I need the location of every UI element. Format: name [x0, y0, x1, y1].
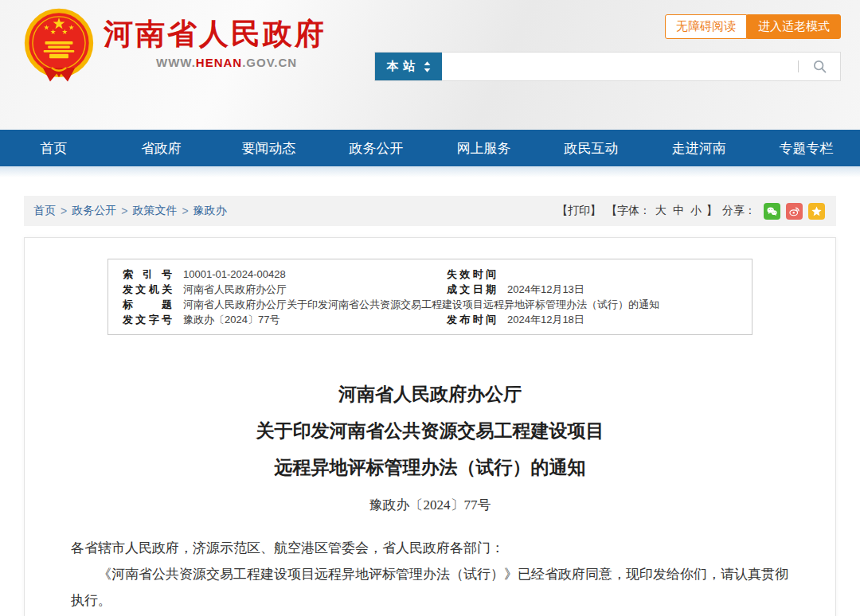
document-paragraph: 《河南省公共资源交易工程建设项目远程异地评标管理办法（试行）》已经省政府同意，现…	[71, 561, 789, 614]
breadcrumb-separator: >	[182, 205, 188, 217]
share-buttons	[764, 203, 825, 220]
search-button[interactable]	[799, 53, 840, 80]
nav-item-home[interactable]: 首页	[0, 130, 108, 166]
meta-title-value: 河南省人民政府办公厅关于印发河南省公共资源交易工程建设项目远程异地评标管理办法（…	[183, 297, 659, 312]
font-size-controls: 大 中 小	[655, 204, 702, 218]
nav-item-interaction[interactable]: 政民互动	[538, 130, 645, 166]
breadcrumb-separator: >	[61, 205, 67, 217]
document-title-line1: 河南省人民政府办公厅	[25, 376, 835, 413]
search-scope-label: 本站	[387, 59, 420, 74]
meta-expiry-label: 失效时间	[447, 267, 496, 282]
meta-written-date-value: 2024年12月13日	[507, 282, 584, 297]
document-title-line2: 关于印发河南省公共资源交易工程建设项目	[25, 413, 835, 450]
breadcrumb-separator: >	[121, 205, 127, 217]
meta-title-label: 标题	[123, 297, 172, 312]
meta-index-label: 索引号	[123, 267, 172, 282]
page-tools: 【打印】 【字体： 大 中 小 】 分享：	[557, 203, 825, 220]
breadcrumb-home[interactable]: 首页	[33, 204, 56, 218]
document-panel: 索引号 10001-01-2024-00428 失效时间 发文机关 河南省人民政…	[24, 237, 836, 616]
wechat-icon	[766, 205, 778, 217]
site-header: 河南省人民政府 WWW.HENAN.GOV.CN 无障碍阅读 进入适老模式 本站	[0, 0, 860, 130]
page: 河南省人民政府 WWW.HENAN.GOV.CN 无障碍阅读 进入适老模式 本站	[0, 0, 860, 616]
search-bar: 本站	[374, 52, 841, 81]
site-url-suffix: .GOV.CN	[242, 56, 297, 69]
weibo-icon	[788, 205, 800, 217]
breadcrumb-policy-docs[interactable]: 政策文件	[132, 204, 177, 218]
meta-agency-value: 河南省人民政府办公厅	[183, 282, 287, 297]
main-nav: 首页 省政府 要闻动态 政务公开 网上服务 政民互动 走进河南 专题专栏	[0, 130, 860, 166]
share-label: 分享：	[722, 204, 756, 218]
document-title: 河南省人民政府办公厅 关于印发河南省公共资源交易工程建设项目 远程异地评标管理办…	[25, 376, 835, 486]
site-title: 河南省人民政府	[104, 14, 326, 54]
search-scope-select[interactable]: 本站	[375, 53, 442, 80]
share-wechat-button[interactable]	[764, 203, 780, 220]
share-weibo-button[interactable]	[786, 203, 803, 220]
document-salutation: 各省辖市人民政府，济源示范区、航空港区管委会，省人民政府各部门：	[71, 535, 789, 561]
document-title-line3: 远程异地评标管理办法（试行）的通知	[25, 450, 835, 486]
breadcrumb-gov-affairs[interactable]: 政务公开	[72, 204, 116, 218]
share-qzone-button[interactable]	[808, 203, 825, 220]
meta-row: 标题 河南省人民政府办公厅关于印发河南省公共资源交易工程建设项目远程异地评标管理…	[108, 297, 752, 312]
site-url-prefix: WWW.	[156, 56, 196, 69]
meta-publish-date-value: 2024年12月18日	[507, 312, 584, 327]
font-size-suffix: 】	[706, 204, 717, 218]
meta-row: 索引号 10001-01-2024-00428 失效时间	[108, 267, 752, 282]
nav-item-news[interactable]: 要闻动态	[215, 130, 322, 166]
national-emblem-logo	[22, 6, 96, 87]
document-meta-table: 索引号 10001-01-2024-00428 失效时间 发文机关 河南省人民政…	[108, 259, 752, 335]
print-button[interactable]: 【打印】	[557, 204, 601, 218]
nav-item-online-services[interactable]: 网上服务	[430, 130, 538, 166]
breadcrumb-bar: 首页 > 政务公开 > 政策文件 > 豫政办 【打印】 【字体： 大 中 小 】…	[24, 196, 836, 226]
updown-arrows-icon	[424, 61, 431, 72]
site-url: WWW.HENAN.GOV.CN	[156, 56, 297, 69]
meta-agency-label: 发文机关	[123, 282, 172, 297]
meta-docno-label: 发文字号	[123, 312, 172, 327]
search-input[interactable]	[442, 53, 798, 80]
breadcrumb: 首页 > 政务公开 > 政策文件 > 豫政办	[33, 204, 227, 218]
font-size-large[interactable]: 大	[655, 204, 666, 218]
meta-index-value: 10001-01-2024-00428	[183, 267, 286, 282]
font-size-prefix: 【字体：	[606, 204, 651, 218]
nav-item-about-henan[interactable]: 走进河南	[645, 130, 752, 166]
document-number: 豫政办〔2024〕77号	[25, 496, 835, 514]
document-body: 各省辖市人民政府，济源示范区、航空港区管委会，省人民政府各部门： 《河南省公共资…	[25, 535, 835, 616]
meta-publish-date-label: 发布时间	[447, 312, 496, 327]
header-mode-buttons: 无障碍阅读 进入适老模式	[665, 14, 841, 39]
site-url-highlight: HENAN	[196, 56, 242, 69]
font-size-medium[interactable]: 中	[673, 204, 684, 218]
meta-docno-value: 豫政办〔2024〕77号	[183, 312, 280, 327]
nav-shadow	[0, 166, 860, 177]
nav-item-provincial-gov[interactable]: 省政府	[108, 130, 215, 166]
meta-row: 发文机关 河南省人民政府办公厅 成文日期 2024年12月13日	[108, 282, 752, 297]
search-icon	[812, 59, 827, 74]
meta-written-date-label: 成文日期	[447, 282, 496, 297]
qzone-star-icon	[811, 205, 823, 217]
meta-row: 发文字号 豫政办〔2024〕77号 发布时间 2024年12月18日	[108, 312, 752, 327]
breadcrumb-yuzhengban[interactable]: 豫政办	[194, 204, 227, 218]
elder-mode-button[interactable]: 进入适老模式	[747, 14, 841, 39]
font-size-small[interactable]: 小	[690, 204, 702, 218]
accessibility-button[interactable]: 无障碍阅读	[665, 14, 747, 39]
nav-item-special-topics[interactable]: 专题专栏	[752, 130, 860, 166]
nav-item-gov-affairs[interactable]: 政务公开	[322, 130, 430, 166]
